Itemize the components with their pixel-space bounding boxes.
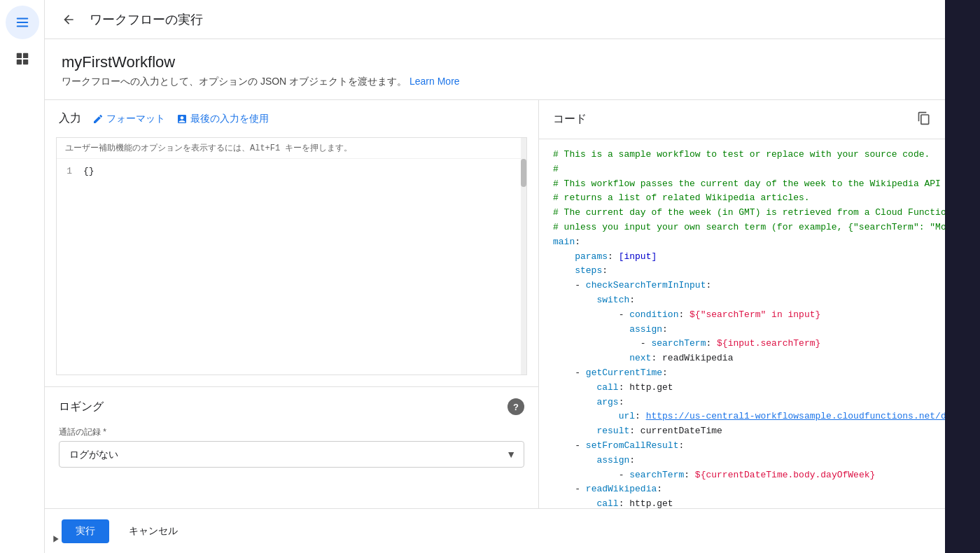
editor-text[interactable]: {}: [78, 162, 100, 181]
code-editor[interactable]: ユーザー補助機能のオプションを表示するには、Alt+F1 キーを押します。 1 …: [56, 137, 527, 375]
code-line: # This workflow passes the current day o…: [553, 177, 931, 192]
input-section-title: 入力: [59, 111, 81, 126]
code-line: switch:: [553, 293, 931, 308]
call-record-label: 通話の記録 *: [59, 426, 524, 438]
copy-icon[interactable]: [917, 111, 931, 127]
code-line: call: http.get: [553, 497, 931, 508]
last-input-action[interactable]: 最後の入力を使用: [176, 113, 269, 125]
svg-rect-2: [16, 26, 28, 27]
logging-body: 通話の記録 * ログがないすべてのコールエラーのみ ▼: [45, 426, 538, 482]
learn-more-link[interactable]: Learn More: [410, 76, 460, 87]
section-header-input: 入力 フォーマット 最後の入力を使用: [45, 100, 538, 137]
code-line: #: [553, 162, 931, 177]
sidebar-toggle[interactable]: [45, 525, 66, 553]
code-line: - condition: ${"searchTerm" in input}: [553, 308, 931, 323]
cancel-button[interactable]: キャンセル: [120, 519, 186, 543]
code-line: result: currentDateTime: [553, 424, 931, 439]
back-button[interactable]: [56, 7, 81, 32]
sidebar-item-dashboard[interactable]: [6, 42, 39, 76]
line-numbers: 1: [57, 162, 78, 181]
code-line: # returns a list of related Wikipedia ar…: [553, 191, 931, 206]
svg-rect-4: [22, 53, 27, 58]
code-line: - searchTerm: ${currentDateTime.body.day…: [553, 468, 931, 483]
sidebar: [0, 0, 45, 553]
call-record-select-wrapper: ログがないすべてのコールエラーのみ ▼: [59, 441, 524, 468]
code-line: call: http.get: [553, 381, 931, 396]
code-panel: コード # This is a sample workflow to test …: [539, 100, 945, 508]
code-line: - getCurrentTime:: [553, 366, 931, 381]
code-line: args:: [553, 396, 931, 410]
svg-rect-0: [16, 18, 28, 20]
code-line: params: [input]: [553, 250, 931, 265]
call-record-select[interactable]: ログがないすべてのコールエラーのみ: [59, 441, 524, 468]
input-section: 入力 フォーマット 最後の入力を使用 ユーザー補助機能のオプションを表示するには…: [45, 100, 538, 387]
code-line: # The current day of the week (in GMT) i…: [553, 206, 931, 220]
code-panel-header: コード: [539, 100, 945, 139]
topbar-title: ワークフローの実行: [90, 11, 203, 28]
code-panel-content[interactable]: # This is a sample workflow to test or r…: [539, 139, 945, 508]
right-sidebar: [945, 0, 980, 553]
execute-button[interactable]: 実行: [62, 519, 109, 543]
code-line: url: https://us-central1-workflowsample.…: [553, 410, 931, 424]
workflow-name: myFirstWorkflow: [62, 53, 928, 71]
code-line: # This is a sample workflow to test or r…: [553, 148, 931, 162]
topbar: ワークフローの実行: [45, 0, 945, 39]
main-content: ワークフローの実行 myFirstWorkflow ワークフローへの入力として、…: [45, 0, 945, 553]
svg-rect-5: [16, 59, 21, 64]
code-line: - readWikipedia:: [553, 482, 931, 497]
format-action[interactable]: フォーマット: [92, 113, 165, 125]
logging-header: ロギング ?: [45, 387, 538, 426]
code-line: assign:: [553, 454, 931, 468]
svg-rect-3: [16, 53, 21, 58]
code-line: steps:: [553, 264, 931, 279]
scrollbar-thumb[interactable]: [521, 159, 526, 187]
logging-title: ロギング: [59, 400, 104, 414]
code-line: assign:: [553, 323, 931, 337]
url-link[interactable]: https://us-central1-workflowsample.cloud…: [646, 411, 945, 421]
code-line: - searchTerm: ${input.searchTerm}: [553, 337, 931, 351]
code-panel-title: コード: [553, 112, 587, 127]
code-line: # unless you input your own search term …: [553, 220, 931, 235]
sidebar-item-list[interactable]: [6, 6, 39, 39]
svg-rect-1: [16, 22, 28, 23]
page-header: myFirstWorkflow ワークフローへの入力として、オプションの JSO…: [45, 39, 945, 100]
code-line: main:: [553, 235, 931, 250]
code-line: - checkSearchTermInInput:: [553, 279, 931, 293]
workflow-description: ワークフローへの入力として、オプションの JSON オブジェクトを渡せます。 L…: [62, 76, 928, 88]
bottom-bar: 実行 キャンセル: [45, 508, 945, 553]
left-panel: 入力 フォーマット 最後の入力を使用 ユーザー補助機能のオプションを表示するには…: [45, 100, 539, 508]
logging-section: ロギング ? 通話の記録 * ログがないすべてのコールエラーのみ ▼: [45, 387, 538, 508]
code-line: next: readWikipedia: [553, 351, 931, 366]
vertical-scrollbar[interactable]: [521, 138, 526, 374]
svg-rect-6: [22, 59, 27, 64]
editor-hint: ユーザー補助機能のオプションを表示するには、Alt+F1 キーを押します。: [57, 138, 526, 159]
code-line: - setFromCallResult:: [553, 439, 931, 454]
content-area: 入力 フォーマット 最後の入力を使用 ユーザー補助機能のオプションを表示するには…: [45, 100, 945, 508]
help-icon[interactable]: ?: [507, 398, 524, 415]
editor-content[interactable]: 1 {}: [57, 159, 526, 184]
